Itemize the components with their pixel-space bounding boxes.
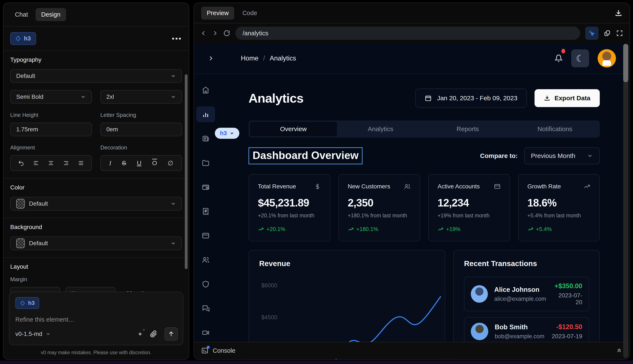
stat-card-growth-rate: Growth Rate 18.6% +5.4% from last month … (518, 174, 600, 242)
notification-dot (561, 49, 565, 54)
rail-analytics-icon[interactable] (196, 106, 215, 122)
dashboard-tabs: Overview Analytics Reports Notifications (249, 120, 600, 138)
chevron-down-icon (587, 153, 593, 159)
align-center-icon[interactable] (48, 160, 54, 166)
strikethrough-icon[interactable]: S (122, 160, 126, 167)
rail-users-icon[interactable] (196, 252, 215, 268)
reset-alignment-icon[interactable] (18, 160, 24, 166)
avatar (471, 285, 488, 303)
background-select[interactable]: Default (10, 236, 182, 250)
download-icon (544, 95, 550, 101)
color-select[interactable]: Default (10, 197, 182, 210)
notifications-bell-icon[interactable] (555, 54, 563, 62)
tab-preview[interactable]: Preview (201, 6, 234, 20)
preview-panel: Preview Code /analytics Home / Analyt (193, 2, 630, 360)
terminal-icon (201, 347, 208, 354)
compare-select[interactable]: Previous Month (524, 147, 600, 164)
chat-element-badge[interactable]: h3 (15, 297, 39, 309)
rail-card-icon[interactable] (196, 228, 215, 244)
tab-chat[interactable]: Chat (10, 8, 33, 21)
fullscreen-icon[interactable] (616, 30, 623, 37)
rail-video-icon[interactable] (196, 325, 215, 340)
expand-console-icon[interactable] (616, 348, 622, 354)
moon-icon: ☾ (576, 53, 584, 64)
refine-input[interactable]: Refine this element… (15, 316, 177, 323)
stat-card-total-revenue: Total Revenue $45,231.89 +20.1% from las… (249, 174, 330, 242)
rail-wallet-icon[interactable] (196, 179, 215, 195)
user-avatar[interactable] (598, 49, 616, 68)
rail-receipt-icon[interactable] (196, 204, 215, 219)
background-section-label: Background (10, 224, 182, 230)
dark-mode-toggle[interactable]: ☾ (571, 50, 589, 67)
export-data-button[interactable]: Export Data (535, 89, 600, 107)
dollar-sign-icon (314, 183, 321, 190)
rail-home-icon[interactable] (196, 82, 215, 98)
rail-shield-icon[interactable] (196, 276, 215, 292)
diamond-icon (20, 300, 25, 306)
transaction-amount: +$350.00 (553, 282, 582, 290)
font-weight-select[interactable]: Semi Bold (10, 90, 92, 104)
tab-code[interactable]: Code (238, 6, 262, 20)
refresh-icon[interactable] (223, 30, 230, 36)
url-input[interactable]: /analytics (235, 26, 580, 40)
diamond-icon (15, 36, 21, 41)
sidebar-toggle-icon[interactable] (207, 55, 214, 62)
rail-folder-icon[interactable] (196, 155, 215, 171)
refine-chat-box: h3 Refine this element… v0-1.5-md ✦✧ (9, 292, 183, 345)
rail-messages-icon[interactable] (196, 300, 215, 316)
attach-icon[interactable] (150, 330, 157, 338)
inspected-element-chip[interactable]: h3 (215, 128, 239, 139)
selected-heading[interactable]: Dashboard Overview (249, 147, 362, 164)
no-decoration-icon[interactable]: ∅ (168, 160, 173, 167)
align-justify-icon[interactable] (78, 160, 84, 166)
console-bar[interactable]: Console (194, 342, 629, 359)
font-family-select[interactable]: Default (10, 69, 182, 83)
line-height-input[interactable]: 1.75rem (10, 122, 92, 136)
scrollbar-thumb[interactable] (623, 44, 628, 82)
avatar (471, 323, 488, 340)
chevron-down-icon (170, 73, 176, 79)
date-range-button[interactable]: Jan 20, 2023 - Feb 09, 2023 (415, 88, 527, 108)
preview-scrollbar[interactable] (623, 44, 628, 358)
rail-news-icon[interactable] (196, 131, 215, 146)
copy-icon[interactable] (603, 30, 611, 37)
trending-up-icon (348, 226, 354, 232)
underline-icon[interactable]: U (137, 160, 141, 167)
breadcrumb-home[interactable]: Home (241, 54, 259, 62)
tab-reports[interactable]: Reports (424, 122, 511, 136)
transaction-amount: -$120.50 (552, 323, 582, 331)
tab-analytics[interactable]: Analytics (337, 122, 424, 136)
transaction-row[interactable]: Alice Johnson alice@example.com +$350.00… (464, 277, 589, 311)
chevron-down-icon (230, 131, 234, 136)
download-icon[interactable] (615, 9, 622, 17)
sparkles-icon[interactable]: ✦✧ (137, 330, 143, 338)
calendar-icon (425, 95, 432, 102)
breadcrumb: Home / Analytics (241, 54, 296, 62)
stat-card-new-customers: New Customers 2,350 +180.1% from last mo… (338, 174, 420, 242)
tab-notifications[interactable]: Notifications (511, 122, 598, 136)
sidebar-scrollbar[interactable] (185, 74, 187, 269)
letter-spacing-input[interactable]: 0em (100, 122, 182, 136)
font-size-select[interactable]: 2xl (100, 90, 182, 104)
model-selector[interactable]: v0-1.5-md (15, 330, 51, 338)
italic-icon[interactable]: I (109, 160, 111, 167)
transaction-date: 2023-07-19 (552, 333, 582, 340)
chevron-down-icon (46, 332, 51, 336)
credit-card-icon (494, 183, 501, 190)
tab-overview[interactable]: Overview (250, 122, 337, 136)
send-button[interactable] (164, 328, 178, 340)
align-right-icon[interactable] (63, 160, 69, 166)
selected-element-badge[interactable]: h3 (10, 32, 36, 45)
align-left-icon[interactable] (33, 160, 39, 166)
trending-up-icon (528, 226, 533, 232)
select-element-tool[interactable] (585, 26, 598, 40)
tab-design[interactable]: Design (36, 8, 66, 21)
transaction-row[interactable]: Bob Smith bob@example.com -$120.50 2023-… (464, 317, 589, 346)
back-icon[interactable] (200, 30, 207, 36)
forward-icon[interactable] (212, 30, 218, 36)
app-sidebar-rail (194, 74, 218, 359)
more-options-button[interactable]: ••• (172, 34, 182, 43)
users-icon (404, 183, 411, 190)
trending-up-icon (258, 226, 264, 232)
overline-icon[interactable]: O (152, 160, 157, 167)
